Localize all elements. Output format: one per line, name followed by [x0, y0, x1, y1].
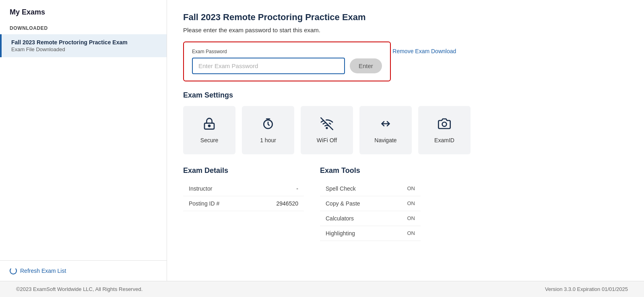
settings-card-navigate: Navigate — [359, 106, 412, 154]
settings-card-wifi-label: WiFi Off — [317, 137, 337, 143]
tool-key-highlighting: Highlighting — [326, 230, 355, 237]
tool-key-spellcheck: Spell Check — [326, 185, 356, 192]
settings-card-timer-label: 1 hour — [260, 137, 276, 143]
sidebar-section-label: DOWNLOADED — [0, 22, 167, 34]
tool-key-calculators: Calculators — [326, 215, 354, 222]
remove-exam-download-link[interactable]: Remove Exam Download — [392, 48, 456, 54]
settings-card-wifi: WiFi Off — [301, 106, 353, 154]
navigate-icon — [379, 117, 392, 133]
refresh-label: Refresh Exam List — [20, 268, 66, 274]
camera-icon — [438, 117, 451, 133]
detail-value-instructor: - — [296, 185, 298, 192]
detail-key-instructor: Instructor — [189, 185, 212, 192]
exam-password-input[interactable] — [192, 58, 345, 74]
exam-tools-section: Exam Tools Spell Check ON Copy & Paste O… — [320, 166, 421, 241]
settings-card-examid: ExamID — [418, 106, 471, 154]
page-title: Fall 2023 Remote Proctoring Practice Exa… — [183, 12, 628, 23]
settings-card-examid-label: ExamID — [434, 137, 454, 143]
settings-heading: Exam Settings — [183, 91, 628, 100]
settings-cards: Secure 1 hour — [183, 106, 628, 154]
refresh-icon — [10, 267, 17, 274]
exam-subtitle: Please enter the exam password to start … — [183, 27, 628, 33]
tool-value-copypaste: ON — [407, 200, 415, 207]
wifi-off-icon — [320, 117, 333, 133]
lock-icon — [203, 117, 216, 133]
svg-point-1 — [208, 125, 210, 127]
enter-button[interactable]: Enter — [350, 58, 382, 73]
bottom-sections: Exam Details Instructor - Posting ID # 2… — [183, 166, 628, 241]
settings-card-timer: 1 hour — [242, 106, 294, 154]
tool-row-calculators: Calculators ON — [320, 211, 421, 226]
detail-key-posting: Posting ID # — [189, 200, 219, 207]
tool-key-copypaste: Copy & Paste — [326, 200, 360, 207]
tool-value-spellcheck: ON — [407, 185, 415, 192]
sidebar-title: My Exams — [0, 0, 167, 22]
app-footer: ©2023 ExamSoft Worldwide LLC, All Rights… — [0, 281, 644, 297]
footer-copyright: ©2023 ExamSoft Worldwide LLC, All Rights… — [16, 286, 142, 292]
settings-card-secure: Secure — [183, 106, 235, 154]
refresh-exam-button[interactable]: Refresh Exam List — [0, 260, 167, 281]
tool-value-calculators: ON — [407, 215, 415, 222]
tool-value-highlighting: ON — [407, 230, 415, 237]
tool-row-copypaste: Copy & Paste ON — [320, 196, 421, 211]
details-heading: Exam Details — [183, 166, 304, 175]
svg-point-5 — [442, 122, 447, 127]
timer-icon — [262, 117, 275, 133]
password-section: Exam Password Enter — [183, 42, 391, 81]
settings-card-navigate-label: Navigate — [374, 137, 396, 143]
password-input-row: Enter — [192, 58, 382, 74]
sidebar-exam-status: Exam File Downloaded — [11, 46, 157, 52]
footer-version: Version 3.3.0 Expiration 01/01/2025 — [545, 286, 628, 292]
detail-row-instructor: Instructor - — [183, 181, 304, 196]
detail-value-posting: 2946520 — [276, 200, 298, 207]
settings-card-secure-label: Secure — [200, 137, 218, 143]
tools-heading: Exam Tools — [320, 166, 421, 175]
sidebar-exam-item[interactable]: Fall 2023 Remote Proctoring Practice Exa… — [0, 34, 167, 57]
tool-row-highlighting: Highlighting ON — [320, 226, 421, 241]
exam-details-section: Exam Details Instructor - Posting ID # 2… — [183, 166, 304, 241]
sidebar-exam-name: Fall 2023 Remote Proctoring Practice Exa… — [11, 39, 157, 46]
sidebar: My Exams DOWNLOADED Fall 2023 Remote Pro… — [0, 0, 167, 281]
detail-row-posting: Posting ID # 2946520 — [183, 196, 304, 211]
password-label: Exam Password — [192, 49, 382, 54]
main-content: Fall 2023 Remote Proctoring Practice Exa… — [167, 0, 644, 281]
tool-row-spellcheck: Spell Check ON — [320, 181, 421, 196]
svg-point-4 — [326, 127, 328, 129]
